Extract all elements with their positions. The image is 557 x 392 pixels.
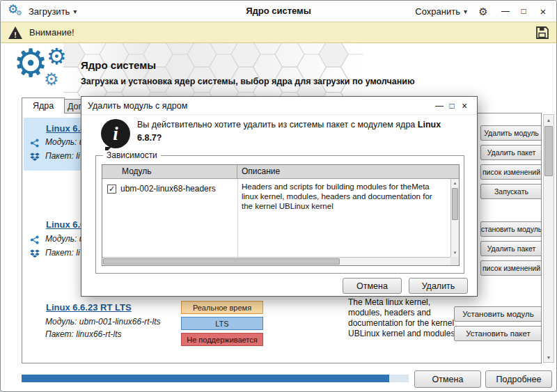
app-window: ⚙ ⚙ Загрузить ▾ Ядро системы Сохранить ▾… <box>0 0 557 392</box>
gear-icon: ⚙ <box>478 6 487 17</box>
table-header-description[interactable]: Описание <box>237 165 459 178</box>
dialog: Удалить модуль с ядром — □ × i Вы действ… <box>81 96 478 297</box>
package-label: Пакет: linux66-rt-lts <box>45 329 122 339</box>
package-icon <box>30 249 40 258</box>
kernel-description: The Meta linux kernel, modules, headers … <box>348 297 456 339</box>
table-vscroll-thumb[interactable] <box>452 188 458 220</box>
dialog-cancel-button[interactable]: Отмена <box>343 278 402 294</box>
close-icon: × <box>540 6 547 17</box>
info-icon: i <box>101 119 130 148</box>
module-icon <box>30 139 39 148</box>
tag-realtime: Реальное время <box>181 301 263 314</box>
cancel-button[interactable]: Отмена <box>414 370 481 388</box>
table-scroll-up-button[interactable]: ▲ <box>451 179 459 187</box>
hero-gear-large-icon: ⚙ <box>13 44 48 83</box>
scroll-up-button[interactable]: ▲ <box>544 115 554 125</box>
remove-module-button[interactable]: Удалить модуль <box>480 125 542 141</box>
progress-bar <box>22 375 409 382</box>
minimize-icon: — <box>435 102 444 110</box>
tag-unsupported: Не поддерживается <box>181 333 263 346</box>
module-label: Модуль: ubm-001-linux66-rt-lts <box>45 317 161 327</box>
dialog-maximize-button[interactable]: □ <box>446 100 458 111</box>
tab-kernels[interactable]: Ядра <box>22 97 65 113</box>
arrow-up-icon: ▲ <box>453 181 457 185</box>
dialog-close-button[interactable]: × <box>458 100 471 111</box>
install-package-button[interactable]: Установить пакет <box>454 326 542 341</box>
load-menu-button[interactable]: Загрузить ▾ <box>29 1 77 22</box>
dialog-minimize-button[interactable]: — <box>433 100 446 111</box>
table-header: Модуль Описание <box>102 165 459 179</box>
floppy-icon <box>535 26 549 40</box>
settings-button[interactable]: ⚙ <box>477 6 489 17</box>
maximize-button[interactable]: □ <box>517 6 530 17</box>
arrow-down-icon: ▼ <box>547 355 551 360</box>
save-file-button[interactable] <box>535 26 549 40</box>
window-title: Ядро системы <box>1 1 556 22</box>
hero-gear-small-icon: ⚙ <box>44 71 59 88</box>
boot-button[interactable]: Запускать <box>480 184 542 199</box>
module-icon <box>30 235 39 244</box>
table-header-module[interactable]: Модуль <box>102 165 237 178</box>
table-scroll-down-button[interactable]: ▼ <box>451 249 459 257</box>
kernel-name-link[interactable]: Linux 6.6.23 RT LTS <box>46 302 132 313</box>
changelog-button[interactable]: писок изменений <box>480 164 542 180</box>
page-title: Ядро системы <box>81 59 156 71</box>
arrow-up-icon: ▲ <box>547 118 551 123</box>
module-label: Модуль: u <box>45 234 84 244</box>
minimize-button[interactable]: — <box>499 6 512 17</box>
close-icon: × <box>462 101 467 111</box>
package-icon <box>30 152 40 162</box>
install-module-button[interactable]: Установить модуль <box>454 306 542 322</box>
main-scrollbar-thumb[interactable] <box>544 126 553 176</box>
warning-icon: ! <box>8 26 23 40</box>
package-label: Пакет: li <box>45 151 80 161</box>
install-module-button[interactable]: становить модуль <box>480 221 542 237</box>
minimize-icon: — <box>501 7 510 15</box>
save-menu-button[interactable]: Сохранить ▾ <box>415 1 467 22</box>
changelog-button[interactable]: писок изменений <box>480 260 542 276</box>
dependency-description: Headers and scripts for building modules… <box>242 182 445 211</box>
dialog-title: Удалить модуль с ядром <box>88 101 187 111</box>
maximize-icon: □ <box>449 102 454 110</box>
maximize-icon: □ <box>521 7 526 15</box>
scroll-down-button[interactable]: ▼ <box>544 352 554 362</box>
table-vscrollbar[interactable]: ▲ ▼ <box>450 179 459 257</box>
tag-lts: LTS <box>181 317 263 330</box>
caret-down-icon: ▾ <box>464 8 467 15</box>
dialog-delete-button[interactable]: Удалить <box>409 278 468 294</box>
info-glyph: i <box>113 123 118 145</box>
main-scrollbar[interactable]: ▲ ▼ <box>543 114 554 363</box>
groupbox-legend: Зависимости <box>103 150 161 160</box>
table-hscrollbar[interactable] <box>102 257 450 265</box>
svg-text:!: ! <box>14 30 17 38</box>
table-hscroll-thumb[interactable] <box>103 258 340 265</box>
dependency-module-name: ubm-002-linux68-headers <box>120 184 216 194</box>
caret-down-icon: ▾ <box>73 8 77 15</box>
load-menu-label: Загрузить <box>29 6 70 17</box>
remove-package-button[interactable]: Удалить пакет <box>480 145 542 160</box>
dependencies-table: Модуль Описание ✓ ubm-002-linux68-header… <box>102 164 460 266</box>
module-label: Модуль: u <box>45 137 84 147</box>
dialog-message: Вы действительно хотите удалить из систе… <box>137 118 463 145</box>
dependencies-groupbox: Зависимости Модуль Описание ✓ ubm-002-li… <box>95 155 464 274</box>
warning-banner: ! Внимание! <box>1 22 556 43</box>
warning-label: Внимание! <box>29 27 74 38</box>
hero-gear-medium-icon: ⚙ <box>47 45 67 68</box>
arrow-down-icon: ▼ <box>453 251 457 255</box>
dialog-titlebar[interactable]: Удалить модуль с ядром — □ × <box>81 97 477 115</box>
dependency-checkbox[interactable]: ✓ <box>107 185 116 194</box>
close-button[interactable]: × <box>537 6 549 17</box>
gear-icon: ⚙ <box>16 10 22 17</box>
remove-package-button[interactable]: Удалить пакет <box>480 241 542 256</box>
message-text: Вы действительно хотите удалить из систе… <box>137 120 418 130</box>
save-menu-label: Сохранить <box>415 6 460 17</box>
dependency-row[interactable]: ✓ ubm-002-linux68-headers Headers and sc… <box>102 179 450 221</box>
progress-fill <box>22 375 389 382</box>
page-subtitle: Загрузка и установка ядер системы, выбор… <box>81 77 415 86</box>
scroll-corner <box>450 257 459 265</box>
app-logo-icon: ⚙ ⚙ <box>8 3 26 19</box>
package-label: Пакет: li <box>45 248 80 258</box>
details-button[interactable]: Подробнее <box>485 370 552 388</box>
titlebar[interactable]: ⚙ ⚙ Загрузить ▾ Ядро системы Сохранить ▾… <box>1 1 556 22</box>
